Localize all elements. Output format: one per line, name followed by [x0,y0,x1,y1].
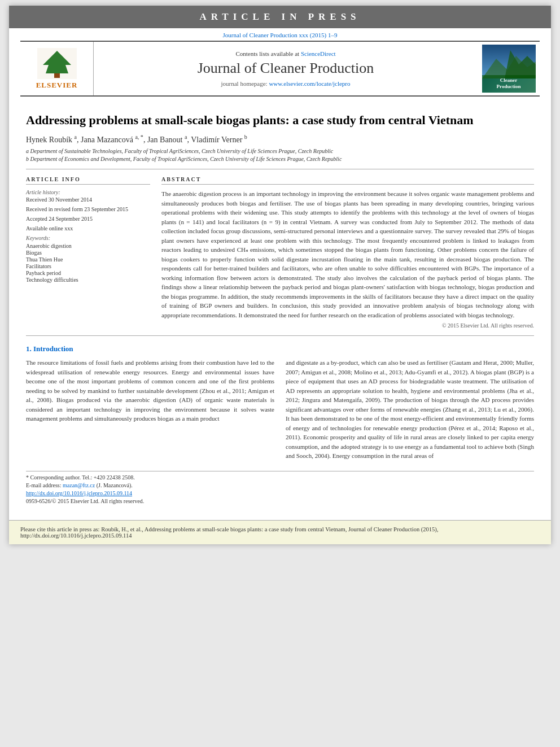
intro-text-2: and digestate as a by-product, which can… [286,358,534,461]
article-info-col: ARTICLE INFO Article history: Received 3… [26,176,150,329]
journal-header: ELSEVIER Contents lists available at Sci… [20,41,540,97]
keyword-3: Thua Thien Hue [26,256,150,263]
intro-heading: 1. Introduction [26,344,534,353]
sciencedirect-line: Contents lists available at ScienceDirec… [235,50,335,57]
journal-ref: Journal of Cleaner Production xxx (2015)… [9,28,551,41]
intro-body: The resource limitations of fossil fuels… [26,358,534,465]
elsevier-tree-icon [37,48,77,79]
keyword-6: Technology difficulties [26,277,150,283]
bottom-banner: Please cite this article in press as: Ro… [9,520,551,544]
aip-banner: ARTICLE IN PRESS [9,6,551,28]
email-line: E-mail address: mazan@ftz.cz (J. Mazanco… [26,482,534,488]
affiliation-a: a Department of Sustainable Technologies… [26,148,534,154]
divider-1 [26,169,534,169]
page: ARTICLE IN PRESS Journal of Cleaner Prod… [9,6,551,544]
svg-rect-2 [54,73,60,78]
homepage-label: journal homepage: [221,80,268,87]
header-left: ELSEVIER [20,42,94,95]
revised-date: Received in revised form 23 September 20… [26,206,150,212]
copyright: © 2015 Elsevier Ltd. All rights reserved… [161,322,534,329]
intro-para-1: The resource limitations of fossil fuels… [26,358,274,423]
elsevier-text: ELSEVIER [36,81,78,90]
homepage-url[interactable]: www.elsevier.com/locate/jclepro [269,80,350,87]
abstract-col: ABSTRACT The anaerobic digestion process… [161,176,534,329]
intro-para-2: and digestate as a by-product, which can… [286,358,534,461]
logo-overlay-text: Cleaner Production [482,75,536,93]
received-date: Received 30 November 2014 [26,196,150,203]
main-content: Addressing problems at small-scale bioga… [9,97,551,512]
accepted-date: Accepted 24 September 2015 [26,216,150,222]
available-date: Available online xxx [26,225,150,231]
keywords-label: Keywords: [26,235,150,241]
bottom-banner-text: Please cite this article in press as: Ro… [20,526,438,539]
intro-section: 1. Introduction The resource limitations… [26,344,534,465]
doi-link[interactable]: http://dx.doi.org/10.1016/j.jclepro.2015… [26,490,132,496]
email-label: E-mail address: [26,482,61,488]
header-center: Contents lists available at ScienceDirec… [94,42,478,95]
history-label: Article history: [26,189,150,195]
journal-logo-box: Cleaner Production [482,45,536,93]
authors: Hynek Roubík a, Jana Mazancová a, *, Jan… [26,134,534,145]
aip-banner-text: ARTICLE IN PRESS [199,11,360,22]
intro-text-1: The resource limitations of fossil fuels… [26,358,274,423]
article-title: Addressing problems at small-scale bioga… [26,112,534,129]
journal-title: Journal of Cleaner Production [198,60,374,77]
logo-background-icon [482,45,536,78]
intro-col-2: and digestate as a by-product, which can… [286,358,534,465]
footer-note: * Corresponding author. Tel.: +420 22438… [26,471,534,504]
keyword-5: Payback period [26,270,150,276]
email-suffix: (J. Mazancová). [97,482,133,488]
abstract-text: The anaerobic digestion process is an im… [161,189,534,320]
keyword-1: Anaerobic digestion [26,243,150,249]
journal-homepage: journal homepage: www.elsevier.com/locat… [221,80,351,87]
keyword-4: Facilitators [26,263,150,269]
article-info-abstract: ARTICLE INFO Article history: Received 3… [26,176,534,329]
keyword-2: Biogas [26,250,150,256]
article-info-heading: ARTICLE INFO [26,176,150,185]
divider-2 [26,335,534,336]
abstract-heading: ABSTRACT [161,176,534,185]
sciencedirect-link[interactable]: ScienceDirect [301,50,336,57]
issn-text: 0959-6526/© 2015 Elsevier Ltd. All right… [26,498,534,504]
abstract-paragraph: The anaerobic digestion process is an im… [161,189,534,320]
authors-text: Hynek Roubík a, Jana Mazancová a, *, Jan… [26,136,247,144]
sciencedirect-label: Contents lists available at [235,50,299,57]
elsevier-logo: ELSEVIER [36,48,78,90]
intro-col-1: The resource limitations of fossil fuels… [26,358,274,465]
email-address[interactable]: mazan@ftz.cz [63,482,95,488]
header-right: Cleaner Production [478,42,540,95]
affiliation-b: b Department of Economics and Developmen… [26,156,534,162]
corresponding-author: * Corresponding author. Tel.: +420 22438… [26,474,534,480]
journal-ref-text: Journal of Cleaner Production xxx (2015)… [223,32,338,38]
